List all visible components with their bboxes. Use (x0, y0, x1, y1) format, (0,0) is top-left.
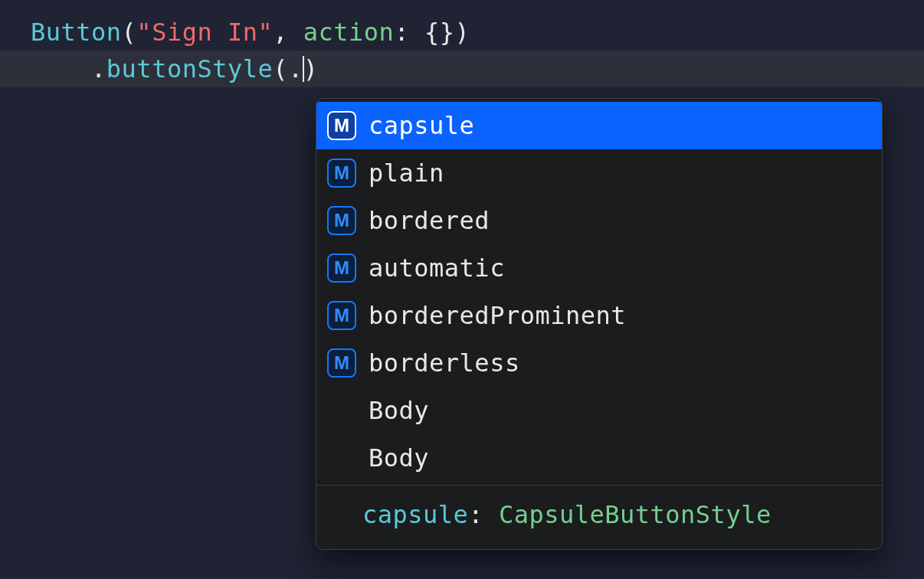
token-comma: , (273, 15, 303, 50)
code-editor[interactable]: Button("Sign In", action: {}) .buttonSty… (0, 0, 924, 87)
autocomplete-item-body[interactable]: Body (316, 387, 882, 434)
detail-colon: : (468, 500, 499, 529)
autocomplete-item-body[interactable]: Body (316, 434, 882, 482)
token-paren-close: ) (303, 52, 319, 87)
token-member-dot: . (288, 52, 303, 87)
autocomplete-item-borderedprominent[interactable]: M borderedProminent (316, 292, 882, 339)
token-paren-close: ) (454, 15, 470, 50)
autocomplete-item-automatic[interactable]: M automatic (316, 244, 882, 292)
autocomplete-item-capsule[interactable]: M capsule (316, 102, 882, 149)
token-paren-open: ( (273, 52, 288, 87)
autocomplete-popup[interactable]: M capsule M plain M bordered M automatic… (316, 98, 883, 550)
token-colon: : (394, 15, 424, 50)
detail-name: capsule (362, 500, 468, 529)
autocomplete-item-label: borderless (369, 346, 520, 381)
code-line-1[interactable]: Button("Sign In", action: {}) (0, 14, 924, 51)
autocomplete-list[interactable]: M capsule M plain M bordered M automatic… (316, 99, 882, 485)
autocomplete-item-label: Body (369, 441, 429, 476)
method-icon: M (327, 111, 356, 140)
method-icon: M (327, 348, 356, 378)
token-indent (31, 52, 91, 87)
method-icon: M (327, 159, 356, 188)
autocomplete-item-label: Body (369, 394, 429, 428)
token-braces: {} (424, 15, 455, 50)
token-dot: . (91, 52, 106, 87)
autocomplete-item-label: automatic (369, 251, 505, 286)
autocomplete-item-label: borderedProminent (369, 299, 626, 333)
autocomplete-item-label: capsule (369, 109, 474, 143)
token-type: Button (31, 15, 122, 50)
detail-type: CapsuleButtonStyle (499, 500, 772, 529)
autocomplete-item-borderless[interactable]: M borderless (316, 339, 882, 387)
autocomplete-item-label: plain (369, 156, 444, 191)
type-icon-empty (327, 396, 356, 425)
autocomplete-item-bordered[interactable]: M bordered (316, 197, 882, 244)
autocomplete-detail: capsule: CapsuleButtonStyle (316, 485, 882, 549)
type-icon-empty (327, 443, 356, 473)
method-icon: M (327, 301, 356, 330)
method-icon: M (327, 254, 356, 283)
autocomplete-item-plain[interactable]: M plain (316, 149, 882, 197)
token-string: "Sign In" (136, 15, 273, 50)
code-line-2-active[interactable]: .buttonStyle(.) (0, 51, 924, 87)
token-paren-open: ( (122, 15, 137, 50)
token-param-label: action (303, 15, 395, 50)
method-icon: M (327, 206, 356, 235)
token-modifier: buttonStyle (106, 52, 273, 87)
autocomplete-item-label: bordered (369, 204, 490, 238)
